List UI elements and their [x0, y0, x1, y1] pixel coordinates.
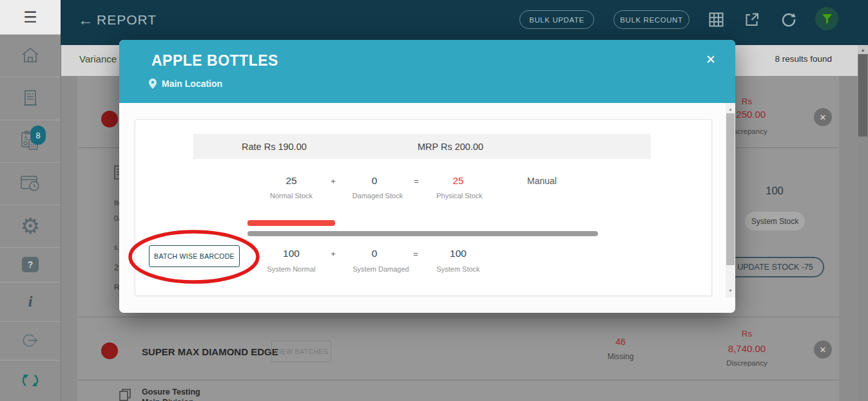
system-stock-bar [247, 231, 598, 236]
system-normal-value: 100 [283, 248, 300, 259]
page-scrollbar-thumb[interactable] [858, 54, 867, 136]
row3-amount: 8,740.00 [728, 343, 766, 354]
system-stock-chip: System Stock [745, 212, 805, 230]
filter-funnel-icon [821, 13, 833, 25]
plus-icon: + [331, 176, 336, 186]
up-arrow-icon: ▲ [728, 107, 733, 111]
gear-icon: ⚙ [21, 215, 40, 237]
app-screen: Variance 8 results found Rs 4,250.00 Dis… [0, 0, 868, 401]
sidebar-item-stock-count[interactable]: 8 [0, 120, 61, 163]
logout-icon [21, 332, 40, 349]
grid-icon [709, 12, 724, 27]
grid-view-button[interactable] [709, 12, 724, 27]
update-stock-button[interactable]: UPDATE STOCK -75 [726, 257, 824, 277]
modal-scroll-up-icon[interactable]: ▲ [726, 104, 735, 113]
system-normal-label: System Normal [267, 265, 315, 273]
physical-stock-bar [247, 220, 335, 226]
count-mode: Manual [527, 176, 557, 186]
row1-currency: Rs [742, 97, 753, 106]
row2-partial-text: s. [114, 244, 119, 251]
close-icon: ✕ [820, 345, 827, 355]
status-dot [101, 342, 118, 359]
refresh-button[interactable] [781, 12, 796, 27]
sidebar-item-logout[interactable] [0, 321, 61, 360]
physical-stock-label: Physical Stock [436, 192, 483, 200]
info-icon: i [28, 293, 33, 310]
tab-variance[interactable]: Variance [79, 53, 117, 64]
export-button[interactable] [744, 12, 760, 27]
row2-system-stock-value: 100 [766, 185, 784, 197]
refresh-icon [781, 12, 796, 27]
row3-remove-icon[interactable]: ✕ [814, 340, 832, 359]
sidebar-item-reports[interactable] [0, 77, 61, 120]
sidebar-item-home[interactable] [0, 34, 61, 77]
sidebar-menu-toggle[interactable]: ☰ [0, 0, 61, 35]
system-stock-value: 100 [450, 248, 467, 259]
modal-location-label: Main Location [162, 79, 222, 89]
row4-store-name: Gosure Testing [142, 387, 200, 396]
count-badge: 8 [30, 126, 46, 145]
location-pin-icon [149, 79, 157, 89]
help-icon: ? [22, 257, 39, 272]
building-icon [21, 89, 39, 108]
back-arrow-icon[interactable]: ← [78, 11, 93, 29]
row3-discrepancy-label: Discrepancy [726, 359, 767, 367]
sidebar-item-sync[interactable] [0, 360, 61, 401]
sync-icon [21, 370, 40, 391]
bulk-update-button[interactable]: BULK UPDATE [519, 10, 594, 29]
rate-bar: Rate Rs 190.00 MRP Rs 200.00 [193, 134, 651, 159]
plus-icon: + [331, 249, 336, 259]
sidebar-item-info[interactable]: i [0, 282, 61, 322]
modal-location: Main Location [149, 79, 222, 89]
page-title: REPORT [97, 12, 157, 28]
update-stock-label: UPDATE STOCK -75 [737, 263, 813, 272]
share-export-icon [744, 12, 760, 27]
system-stock-label: System Stock [436, 265, 479, 273]
rate-value: Rate Rs 190.00 [242, 142, 307, 152]
batch-wise-barcode-button[interactable]: BATCH WISE BARCODE [149, 245, 240, 267]
row4-pages-icon [119, 388, 131, 401]
system-damaged-label: System Damaged [352, 265, 409, 273]
filter-button[interactable] [815, 7, 838, 30]
mrp-value: MRP Rs 200.00 [418, 142, 483, 152]
physical-stock-value: 25 [452, 175, 463, 187]
view-batches-button[interactable]: VIEW BATCHES [271, 340, 331, 362]
scroll-up-icon[interactable]: ▲ [858, 45, 868, 54]
status-dot [101, 111, 118, 127]
row3-missing-value: 46 [615, 337, 626, 347]
modal-header: APPLE BOTTLES Main Location ✕ [119, 40, 735, 103]
system-damaged-value: 0 [372, 248, 378, 259]
equals-icon: = [413, 249, 418, 259]
bulk-recount-button[interactable]: BULK RECOUNT [613, 10, 690, 29]
view-batches-label: VIEW BATCHES [275, 348, 328, 355]
row4-location: Main Division [142, 398, 194, 401]
home-icon [20, 46, 41, 64]
bulk-update-label: BULK UPDATE [529, 16, 584, 24]
results-count: 8 results found [775, 54, 832, 64]
hamburger-icon: ☰ [23, 10, 37, 25]
normal-stock-value: 25 [285, 175, 296, 187]
topbar: ← REPORT BULK UPDATE BULK RECOUNT [61, 0, 868, 45]
chip-label: System Stock [751, 217, 798, 226]
down-arrow-icon: ▼ [728, 288, 733, 293]
damaged-stock-value: 0 [372, 175, 378, 187]
modal-title: APPLE BOTTLES [151, 52, 278, 70]
sidebar-item-schedule[interactable] [0, 162, 61, 205]
equals-icon: = [414, 176, 419, 186]
modal-scroll-down-icon[interactable]: ▼ [726, 286, 735, 295]
up-arrow-icon: ▲ [861, 48, 865, 52]
row3-missing-label: Missing [608, 352, 634, 361]
modal-close-icon[interactable]: ✕ [706, 52, 716, 67]
sidebar-item-settings[interactable]: ⚙ [0, 205, 61, 248]
close-icon: ✕ [820, 113, 827, 122]
sidebar-item-help[interactable]: ? [0, 247, 61, 283]
row1-remove-icon[interactable]: ✕ [814, 108, 832, 126]
row-divider [79, 380, 839, 380]
row3-product-name: SUPER MAX DIAMOND EDGE [142, 346, 278, 357]
modal-scrollbar-thumb[interactable] [726, 113, 735, 265]
damaged-stock-label: Damaged Stock [352, 192, 403, 200]
row3-currency: Rs [742, 329, 753, 339]
bulk-recount-label: BULK RECOUNT [620, 16, 682, 24]
sidebar: ☰ 8 ⚙ ? i [0, 0, 61, 401]
normal-stock-label: Normal Stock [270, 192, 313, 200]
